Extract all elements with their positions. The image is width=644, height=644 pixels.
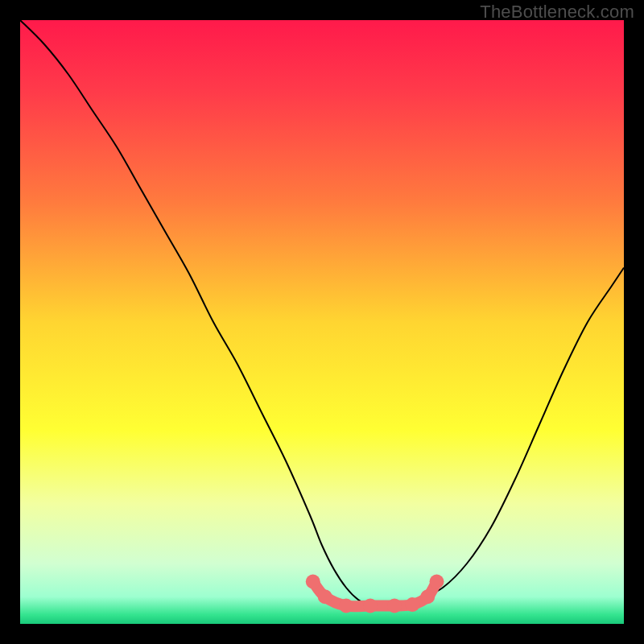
optimal-region-marker bbox=[420, 589, 435, 604]
chart-svg bbox=[20, 20, 624, 624]
chart-frame: TheBottleneck.com bbox=[0, 0, 644, 644]
optimal-region-marker bbox=[318, 589, 332, 604]
optimal-region-marker bbox=[363, 599, 378, 613]
chart-plot-area bbox=[20, 20, 624, 624]
optimal-region-marker bbox=[306, 575, 320, 589]
optimal-region-marker bbox=[406, 597, 420, 612]
optimal-region-marker bbox=[339, 599, 353, 613]
chart-background bbox=[20, 20, 624, 624]
optimal-region-marker bbox=[430, 575, 444, 589]
optimal-region-marker bbox=[387, 599, 402, 613]
